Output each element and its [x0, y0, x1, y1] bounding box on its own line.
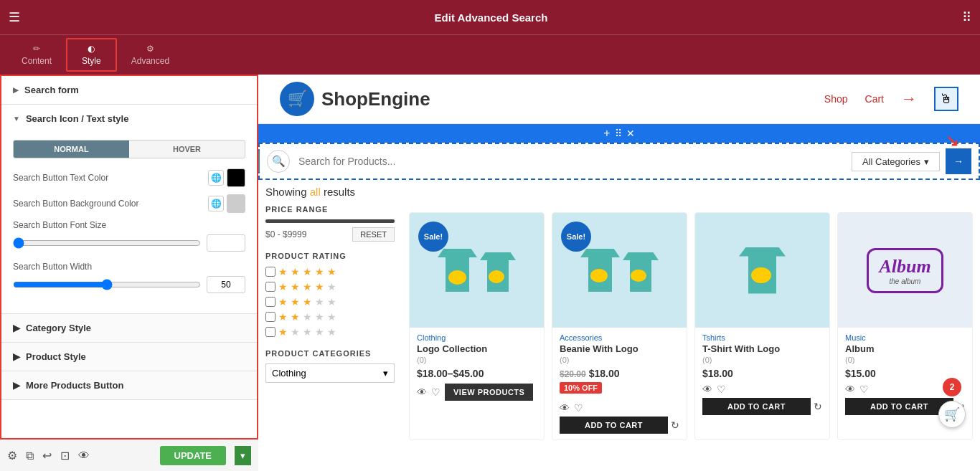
all-categories-btn[interactable]: All Categories ▾ — [852, 152, 940, 171]
view-icon-3[interactable]: 👁 — [702, 384, 712, 395]
normal-hover-toggle: NORMAL HOVER — [13, 140, 245, 158]
right-panel: 🛒 ShopEngine Shop Cart → 🖱 + ⠿ ✕ ◀ — [258, 75, 980, 471]
wishlist-icon-1[interactable]: ♡ — [431, 386, 440, 398]
text-color-swatch[interactable] — [227, 168, 245, 187]
star-checkbox-5[interactable] — [265, 267, 275, 277]
emoji-2b — [631, 270, 646, 282]
reset-btn[interactable]: RESET — [352, 227, 395, 242]
update-button[interactable]: UPDATE — [160, 446, 226, 465]
button-width-slider[interactable] — [13, 279, 201, 290]
add-widget-btn[interactable]: + — [603, 127, 610, 140]
star-checkbox-2[interactable] — [265, 312, 275, 322]
move-widget-btn[interactable]: ⠿ — [615, 128, 622, 139]
main-layout: ▶ Search form ▼ Search Icon / Text style… — [0, 75, 980, 471]
button-width-input[interactable]: 50 — [207, 276, 245, 293]
text-color-row: Search Button Text Color 🌐 — [13, 168, 245, 187]
panel-toggle-btn[interactable]: ◀ — [258, 151, 260, 172]
search-circle-btn[interactable]: 🔍 — [267, 150, 290, 173]
product-img-4: Album the album — [838, 213, 972, 328]
add-to-cart-btn-2[interactable]: ADD TO CART — [560, 417, 668, 434]
product-reviews-4: (0) — [845, 356, 965, 364]
tab-advanced[interactable]: ⚙ Advanced — [117, 39, 184, 70]
view-icon-4[interactable]: 👁 — [845, 384, 855, 395]
star-3-4: ★ — [315, 296, 324, 308]
price-slider[interactable] — [265, 219, 395, 223]
cursor-icon-btn[interactable]: 🖱 — [934, 87, 958, 111]
star-checkbox-3[interactable] — [265, 297, 275, 307]
star-2-3: ★ — [303, 311, 312, 323]
star-checkbox-1[interactable] — [265, 327, 275, 337]
product-category-4[interactable]: Music — [845, 333, 965, 342]
close-widget-btn[interactable]: ✕ — [626, 128, 635, 139]
search-input[interactable] — [296, 153, 846, 170]
left-panel-bottom: ⚙ ⧉ ↩ ⊡ 👁 UPDATE ▾ — [0, 439, 258, 471]
product-category-1[interactable]: Clothing — [417, 333, 537, 342]
search-icon-text-section: ▼ Search Icon / Text style NORMAL HOVER … — [1, 105, 257, 314]
menu-icon[interactable]: ☰ — [9, 9, 20, 25]
font-size-slider[interactable] — [13, 237, 201, 249]
left-panel: ▶ Search form ▼ Search Icon / Text style… — [0, 75, 258, 439]
font-size-input[interactable] — [207, 234, 245, 252]
view-icon-2[interactable]: 👁 — [560, 402, 570, 414]
cart-actions-3: ADD TO CART ↻ — [702, 398, 822, 415]
wishlist-icon-3[interactable]: ♡ — [717, 384, 726, 395]
cart-actions-2: ADD TO CART ↻ — [560, 417, 679, 434]
sale-badge-2: Sale! — [561, 222, 591, 252]
text-color-label: Search Button Text Color — [13, 173, 108, 183]
normal-btn[interactable]: NORMAL — [14, 141, 129, 158]
tab-style[interactable]: ◐ Style — [66, 38, 117, 72]
responsive-icon[interactable]: ⊡ — [60, 449, 70, 462]
price-arrow: ← — [258, 227, 260, 245]
tab-content[interactable]: ✏ Content — [7, 39, 66, 70]
add-to-cart-btn-4[interactable]: ADD TO CART — [845, 398, 953, 415]
add-to-cart-btn-3[interactable]: ADD TO CART — [702, 398, 811, 415]
preview-icon[interactable]: 👁 — [78, 449, 90, 462]
tshirt-shape-2 — [623, 252, 659, 292]
nav-shop[interactable]: Shop — [824, 93, 848, 105]
product-name-2: Beanie With Logo — [560, 343, 679, 354]
grid-icon[interactable]: ⠿ — [962, 9, 971, 25]
more-products-section[interactable]: ▶ More Products Button — [1, 371, 257, 400]
content-icon: ✏ — [33, 44, 40, 54]
preview-header: 🛒 ShopEngine Shop Cart → 🖱 — [258, 75, 980, 124]
search-submit-btn[interactable]: → — [946, 148, 971, 174]
product-reviews-3: (0) — [702, 356, 822, 364]
font-size-slider-row — [13, 234, 245, 252]
product-category-2[interactable]: Accessories — [560, 333, 679, 342]
product-category-3[interactable]: Tshirts — [702, 333, 822, 342]
star-5-5: ★ — [327, 266, 336, 277]
text-color-globe[interactable]: 🌐 — [208, 170, 224, 186]
settings-icon[interactable]: ⚙ — [7, 449, 17, 462]
star-3-5: ★ — [327, 296, 336, 308]
hover-btn[interactable]: HOVER — [129, 141, 245, 158]
category-dropdown[interactable]: Clothing ▾ — [265, 363, 395, 383]
font-size-row: Search Button Font Size — [13, 220, 245, 252]
product-card-3: Tshirts T-Shirt With Logo (0) $18.00 👁 ♡… — [694, 212, 830, 440]
woo-subtitle: the album — [879, 277, 930, 285]
compare-icon-3[interactable]: ↻ — [814, 401, 822, 412]
wishlist-icon-4[interactable]: ♡ — [859, 384, 869, 395]
history-icon[interactable]: ↩ — [42, 449, 52, 462]
wishlist-icon-2[interactable]: ♡ — [574, 402, 583, 414]
cart-icon-btn[interactable]: 🛒 — [938, 401, 966, 428]
update-dropdown-button[interactable]: ▾ — [235, 446, 251, 465]
category-style-section[interactable]: ▶ Category Style — [1, 314, 257, 343]
cursor-icon: 🖱 — [940, 92, 953, 107]
font-size-label: Search Button Font Size — [13, 220, 245, 230]
compare-icon-2[interactable]: ↻ — [671, 419, 679, 431]
bg-color-globe[interactable]: 🌐 — [208, 196, 224, 211]
view-icon-1[interactable]: 👁 — [417, 386, 427, 398]
category-dropdown-label: Clothing — [272, 368, 306, 379]
product-name-3: T-Shirt With Logo — [702, 343, 822, 354]
search-icon-text-header[interactable]: ▼ Search Icon / Text style — [1, 105, 257, 133]
category-style-label: Category Style — [26, 323, 91, 333]
layers-icon[interactable]: ⧉ — [26, 449, 34, 462]
product-style-section[interactable]: ▶ Product Style — [1, 343, 257, 371]
view-products-btn-1[interactable]: VIEW PRODUCTS — [445, 384, 533, 401]
top-right-arrow: → — [901, 90, 917, 108]
star-checkbox-4[interactable] — [265, 282, 275, 292]
nav-cart[interactable]: Cart — [865, 93, 884, 105]
search-form-header[interactable]: ▶ Search form — [1, 76, 257, 104]
bg-color-swatch[interactable] — [227, 194, 245, 213]
star-3-1: ★ — [278, 296, 288, 308]
